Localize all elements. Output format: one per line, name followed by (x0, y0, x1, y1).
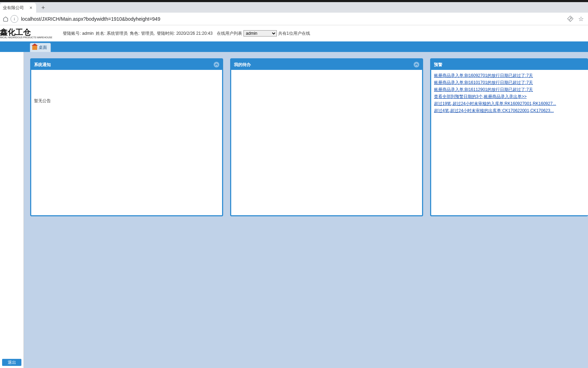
chevron-up-icon[interactable] (414, 62, 419, 67)
password-key-icon[interactable]: ⚿ (567, 15, 575, 23)
account-value: admin (82, 31, 94, 36)
browser-tab[interactable]: 业有限公司 × (0, 3, 36, 13)
chevron-up-icon[interactable] (214, 62, 219, 67)
new-tab-button[interactable]: + (38, 3, 48, 13)
app-header: 鑫化工仓 MICAL HAZARDOUS PRODUCTS WAREHOUSE … (0, 25, 588, 41)
time-label: 登陆时间: (157, 31, 175, 37)
role-value: 管理员, (141, 31, 155, 37)
time-value: 2020/2/26 21:20:43 (176, 31, 212, 36)
online-count: 共有1位用户在线 (278, 31, 310, 37)
logo-subtext: MICAL HAZARDOUS PRODUCTS WAREHOUSE (0, 36, 58, 39)
logout-button[interactable]: 退出 (2, 359, 21, 366)
alert-link[interactable]: 账册商品录入单:BI16112901的放行日期已超过了:7天 (434, 86, 585, 93)
home-tab-icon (32, 46, 37, 50)
browser-tab-strip: 业有限公司 × + (0, 2, 588, 13)
tab-desktop-label: 桌面 (39, 45, 47, 51)
name-label: 姓名: (96, 31, 105, 37)
logo-text: 鑫化工仓 (0, 28, 58, 36)
online-users: 在线用户列表 admin 共有1位用户在线 (217, 30, 310, 37)
main-area: 退出 系统通知 暂无公告 我的待办 (0, 52, 588, 368)
panel-header-notice: 系统通知 (31, 59, 222, 70)
home-icon[interactable] (2, 15, 9, 22)
logo: 鑫化工仓 MICAL HAZARDOUS PRODUCTS WAREHOUSE (0, 25, 58, 41)
panel-my-todo: 我的待办 (230, 58, 423, 216)
panel-header-todo: 我的待办 (231, 59, 422, 70)
alert-link[interactable]: 超过19笔,超过24小时未审核的入库单:RK160927001,RK160927… (434, 100, 585, 107)
panel-system-notice: 系统通知 暂无公告 (30, 58, 223, 216)
notice-empty-text: 暂无公告 (34, 98, 51, 104)
panel-title: 我的待办 (234, 62, 251, 68)
url-text[interactable]: localhost/JXRICH/Main.aspx?bodywidth=191… (21, 16, 568, 22)
panel-alerts: 预警 账册商品录入单:BI16092701的放行日期已超过了:7天 账册商品录入… (430, 58, 588, 216)
alert-line-4: 查看全部到预警日期的3个,账册商品录入录出单>> (434, 93, 585, 100)
name-value: 系统管理员 (107, 31, 128, 37)
role-label: 角色: (130, 31, 139, 37)
close-icon[interactable]: × (28, 5, 33, 10)
alert-link[interactable]: 账册商品录入录出单>> (484, 94, 527, 99)
alert-link[interactable]: 查看全部到预警日期的3个, (434, 94, 484, 99)
alert-link[interactable]: 账册商品录入单:BI16101701的放行日期已超过了:7天 (434, 79, 585, 86)
browser-tab-title: 业有限公司 (3, 5, 28, 11)
panel-body-todo (231, 70, 422, 215)
alert-link[interactable]: 账册商品录入单:BI16092701的放行日期已超过了:7天 (434, 72, 585, 79)
site-info-icon[interactable]: i (11, 15, 18, 23)
panel-title: 系统通知 (34, 62, 51, 68)
panel-body-notice: 暂无公告 (31, 70, 222, 215)
logout-label: 退出 (8, 360, 16, 365)
online-label: 在线用户列表 (217, 31, 242, 37)
alert-link[interactable]: 超过4笔,超过24小时未审核的出库单:CK170622001,CK170623.… (434, 107, 585, 114)
browser-address-bar: i localhost/JXRICH/Main.aspx?bodywidth=1… (0, 13, 588, 25)
panels-row: 系统通知 暂无公告 我的待办 预警 (24, 52, 588, 368)
panel-header-alerts: 预警 (431, 59, 588, 70)
online-user-select[interactable]: admin (243, 30, 277, 37)
bookmark-star-icon[interactable]: ☆ (578, 15, 584, 23)
nav-strip: 桌面 (0, 41, 588, 52)
panel-body-alerts: 账册商品录入单:BI16092701的放行日期已超过了:7天 账册商品录入单:B… (431, 70, 588, 215)
account-label: 登陆账号: (63, 31, 81, 37)
panel-title: 预警 (434, 62, 442, 68)
left-sidebar: 退出 (0, 52, 24, 368)
login-info: 登陆账号: admin 姓名: 系统管理员 角色: 管理员, 登陆时间: 202… (63, 31, 213, 37)
tab-desktop[interactable]: 桌面 (30, 43, 51, 52)
